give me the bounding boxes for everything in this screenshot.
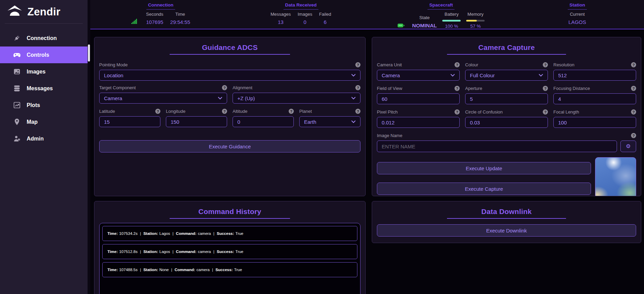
sidebar-item-plots[interactable]: Plots (0, 97, 88, 113)
latitude-field: Latitude ? (99, 108, 160, 127)
main-content: Guidance ADCS Pointing Mode ? Location T… (90, 29, 644, 294)
focusing-distance-field: Focusing Distance ? (553, 85, 636, 104)
sidebar-item-label: Plots (27, 102, 40, 108)
camera-unit-select[interactable]: Camera (377, 70, 460, 81)
sidebar-item-label: Images (27, 69, 45, 75)
planet-field: Planet ? Earth (299, 108, 360, 127)
station-header: Station (568, 2, 587, 10)
execute-downlink-button[interactable]: Execute Downlink (377, 224, 636, 237)
chevron-down-icon (351, 97, 356, 99)
target-component-field: Target Component ? Camera (99, 85, 227, 104)
command-entry: Time:107534.2s | Station:Lagos | Command… (102, 226, 357, 241)
data-received-group: Data Received Messages 13 Images 0 Faile… (271, 2, 331, 25)
camera-title-underline (447, 54, 566, 55)
sidebar-item-admin[interactable]: Admin (0, 130, 88, 147)
sidebar-item-map[interactable]: Map (0, 113, 88, 130)
alignment-field: Alignment ? +Z (Up) (233, 85, 360, 104)
command-history-underline (170, 218, 290, 219)
altitude-field: Altitude ? (233, 108, 294, 127)
camera-preview-image (595, 157, 636, 196)
gamepad-icon (13, 51, 21, 59)
sidebar-item-label: Admin (27, 136, 44, 142)
field-of-view-field: Field of View ? (377, 85, 460, 104)
help-icon[interactable]: ? (455, 86, 460, 91)
execute-capture-button[interactable]: Execute Capture (377, 183, 591, 195)
help-icon[interactable]: ? (355, 62, 360, 67)
zendir-logo-icon (7, 5, 23, 19)
help-icon[interactable]: ? (631, 86, 636, 91)
state-value: NOMINAL (412, 23, 437, 29)
focal-length-field: Focal Length ? (553, 109, 636, 128)
stat-messages: Messages 13 (271, 12, 291, 25)
sidebar: Zendir Connection (0, 0, 88, 294)
command-history-title: Command History (99, 208, 360, 216)
data-downlink-panel: Data Downlink Execute Downlink (372, 201, 641, 243)
colour-select[interactable]: Full Colour (465, 70, 548, 81)
data-downlink-title: Data Downlink (377, 208, 636, 216)
image-name-input[interactable] (377, 141, 617, 152)
aperture-input[interactable] (465, 93, 548, 104)
chevron-down-icon (351, 74, 356, 77)
pixel-pitch-input[interactable] (377, 117, 460, 128)
command-entry: Time:107512.8s | Station:Lagos | Command… (102, 244, 357, 259)
target-component-select[interactable]: Camera (99, 93, 227, 104)
help-icon[interactable]: ? (631, 109, 636, 115)
scrollbar-thumb[interactable] (88, 44, 90, 62)
pointing-mode-select[interactable]: Location (99, 70, 360, 81)
guidance-panel-title: Guidance ADCS (99, 43, 360, 52)
stat-state: State NOMINAL (412, 15, 437, 29)
circle-of-confusion-input[interactable] (465, 117, 548, 128)
signal-icon (131, 18, 137, 24)
help-icon[interactable]: ? (455, 109, 460, 115)
alignment-select[interactable]: +Z (Up) (233, 93, 360, 104)
help-icon[interactable]: ? (455, 62, 460, 67)
longitude-input[interactable] (166, 116, 227, 127)
planet-select[interactable]: Earth (299, 116, 360, 127)
resolution-input[interactable] (553, 70, 636, 81)
stat-images: Images 0 (298, 12, 312, 25)
execute-update-button[interactable]: Execute Update (377, 162, 591, 174)
stat-time: Time 29:54:55 (170, 12, 190, 25)
help-icon[interactable]: ? (355, 109, 360, 114)
execute-guidance-button[interactable]: Execute Guidance (99, 140, 360, 152)
help-icon[interactable]: ? (543, 62, 548, 67)
spacecraft-status-group: Spacecraft State NOMINAL Battery 100 % M… (397, 2, 485, 29)
sidebar-item-label: Messages (27, 85, 53, 92)
app-logo: Zendir (0, 0, 88, 19)
field-of-view-input[interactable] (377, 93, 460, 104)
chevron-down-icon (539, 74, 543, 77)
sidebar-item-messages[interactable]: Messages (0, 80, 88, 97)
latitude-input[interactable] (99, 116, 160, 127)
gear-icon: ⚙ (626, 144, 631, 149)
help-icon[interactable]: ? (222, 85, 227, 90)
connection-header: Connection (146, 2, 175, 10)
help-icon[interactable]: ? (222, 109, 227, 114)
sidebar-item-images[interactable]: Images (0, 63, 88, 80)
sidebar-item-connection[interactable]: Connection (0, 30, 88, 46)
resolution-field: Resolution ? (553, 62, 636, 81)
plug-icon (13, 34, 21, 42)
data-received-header: Data Received (284, 2, 318, 10)
stat-seconds: Seconds 107695 (146, 12, 163, 25)
auto-name-button[interactable]: ⚙ (620, 141, 636, 152)
help-icon[interactable]: ? (631, 133, 636, 138)
scrollbar-track[interactable] (88, 0, 90, 294)
focal-length-input[interactable] (553, 117, 636, 128)
altitude-input[interactable] (233, 116, 294, 127)
aperture-field: Aperture ? (465, 85, 548, 104)
stat-memory: Memory 57 % (466, 12, 485, 29)
stat-current-station: Current LAGOS (568, 12, 586, 25)
sidebar-item-controls[interactable]: Controls (0, 46, 88, 63)
help-icon[interactable]: ? (543, 109, 548, 115)
command-history-panel: Command History Time:107534.2s | Station… (94, 201, 366, 294)
chart-icon (13, 101, 21, 109)
help-icon[interactable]: ? (631, 62, 636, 67)
sidebar-divider (5, 23, 83, 24)
help-icon[interactable]: ? (289, 109, 294, 114)
help-icon[interactable]: ? (543, 86, 548, 91)
focusing-distance-input[interactable] (553, 93, 636, 104)
chevron-down-icon (450, 74, 455, 77)
help-icon[interactable]: ? (155, 109, 160, 114)
stat-battery: Battery 100 % (442, 12, 461, 29)
help-icon[interactable]: ? (355, 85, 360, 90)
